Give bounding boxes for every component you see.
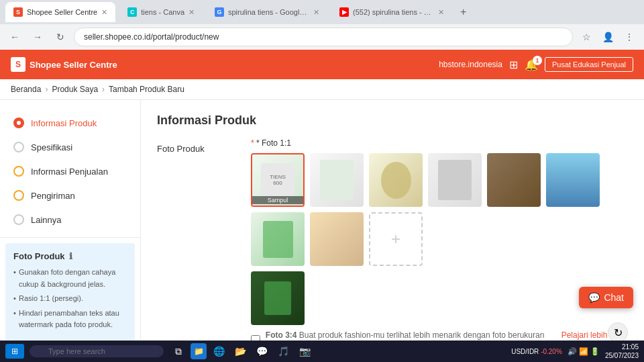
tab-google[interactable]: G spirulina tiens - Google Penelus... ✕ <box>207 2 327 22</box>
sidebar-dot-lainnya <box>13 214 24 225</box>
photo-item-4[interactable] <box>428 153 482 207</box>
sidebar-tip-3: Hindari penambahan teks atau watermark p… <box>13 308 127 331</box>
reload-button[interactable]: ↻ <box>51 28 70 46</box>
address-bar-row: ← → ↻ ☆ 👤 ⋮ <box>0 24 644 50</box>
store-name: hbstore.indonesia <box>439 60 502 69</box>
breadcrumb-sep-2: › <box>102 85 105 94</box>
taskbar-icons-tray: 🔊 📶 🔋 <box>568 347 600 356</box>
explorer-icon[interactable]: 📁 <box>191 343 207 359</box>
tab-canva[interactable]: C tiens - Canva ✕ <box>119 2 203 22</box>
taskbar-search-input[interactable] <box>30 345 164 357</box>
sidebar-foto-produk-section: Foto Produk ℹ Gunakan foto dengan cahaya… <box>5 243 135 342</box>
sidebar-label-lainnya: Lainnya <box>31 215 62 225</box>
photo-item-2[interactable] <box>310 153 364 207</box>
forward-button[interactable]: → <box>28 28 47 46</box>
breadcrumb-products[interactable]: Produk Saya <box>52 85 98 94</box>
tab-shopee[interactable]: S Shopee Seller Centre ✕ <box>5 2 115 22</box>
windows-icon: ⊞ <box>11 347 18 356</box>
taskbar-tray: USD/IDR -0.20% 🔊 📶 🔋 21:05 25/07/2023 <box>511 343 639 360</box>
tab-canva-title: tiens - Canva <box>141 8 184 16</box>
close-tab-canva[interactable]: ✕ <box>189 8 195 17</box>
sidebar-tip-1: Gunakan foto dengan cahaya cukup & backg… <box>13 267 127 290</box>
exchange-rate: -0.20% <box>541 348 562 355</box>
taskview-icon[interactable]: ⧉ <box>169 342 188 361</box>
app-header: S Shopee Seller Centre hbstore.indonesia… <box>0 50 644 79</box>
files-icon[interactable]: 📂 <box>231 342 250 361</box>
sidebar-item-pengiriman[interactable]: Pengiriman <box>0 183 140 208</box>
breadcrumb-current: Tambah Produk Baru <box>109 85 184 94</box>
sidebar: Informasi Produk Spesifikasi Informasi P… <box>0 100 141 361</box>
sidebar-label-spesifikasi: Spesifikasi <box>31 142 72 152</box>
sidebar-item-spesifikasi[interactable]: Spesifikasi <box>0 135 140 159</box>
sidebar-dot-spesifikasi <box>13 142 24 152</box>
sidebar-dot-pengiriman <box>13 190 24 201</box>
form-section: Foto Produk * * Foto 1:1 TIENS600 Sampul <box>141 138 644 361</box>
header-icon-group: ⊞ 🔔 1 <box>509 58 538 71</box>
sample-label: Sampul <box>252 196 303 204</box>
photo-item-3[interactable] <box>369 153 423 207</box>
page-title: Informasi Produk <box>141 100 644 138</box>
edge-icon[interactable]: 🌐 <box>209 342 228 361</box>
sidebar-section-title: Foto Produk ℹ <box>13 251 127 261</box>
photo-grid-row2 <box>251 271 628 325</box>
photo-content: * * Foto 1:1 TIENS600 Sampul <box>251 138 628 343</box>
breadcrumb-sep-1: › <box>45 85 48 94</box>
photo-item-6[interactable] <box>546 153 600 207</box>
sidebar-item-info-produk[interactable]: Informasi Produk <box>0 111 140 135</box>
sidebar-item-lainnya[interactable]: Lainnya <box>0 208 140 232</box>
sidebar-tip-2: Rasio 1:1 (persegi). <box>13 293 127 305</box>
photo-item-8[interactable] <box>310 212 364 266</box>
chat-label: Chat <box>604 292 624 303</box>
breadcrumb: Beranda › Produk Saya › Tambah Produk Ba… <box>0 79 644 100</box>
tab-youtube-title: (552) spirulina tiens - YouTube <box>353 8 434 16</box>
photo-label: Foto Produk <box>157 138 251 343</box>
grid-icon[interactable]: ⊞ <box>509 58 518 71</box>
browser-chrome: S Shopee Seller Centre ✕ C tiens - Canva… <box>0 0 644 50</box>
edu-button[interactable]: Pusat Edukasi Penjual <box>545 57 633 72</box>
sidebar-label-pengiriman: Pengiriman <box>31 191 75 201</box>
camera-icon[interactable]: 📷 <box>295 342 314 361</box>
close-tab-google[interactable]: ✕ <box>313 8 319 17</box>
close-tab-shopee[interactable]: ✕ <box>101 8 107 17</box>
whatsapp-icon[interactable]: 💬 <box>252 342 271 361</box>
address-input[interactable] <box>74 28 573 46</box>
back-button[interactable]: ← <box>5 28 24 46</box>
rotation-area: ↻ <box>251 322 628 343</box>
sidebar-item-info-penjualan[interactable]: Informasi Penjualan <box>0 159 140 183</box>
canva-favicon: C <box>127 7 137 17</box>
chat-icon: 💬 <box>588 292 600 303</box>
chat-button[interactable]: 💬 Chat <box>579 287 633 308</box>
photo-item-9[interactable] <box>251 271 305 325</box>
notification-badge: 1 <box>533 56 542 65</box>
close-tab-youtube[interactable]: ✕ <box>438 8 444 17</box>
sidebar-label-info-penjualan: Informasi Penjualan <box>31 167 108 177</box>
notification-icon[interactable]: 🔔 1 <box>525 58 538 71</box>
tab-bar: S Shopee Seller Centre ✕ C tiens - Canva… <box>0 0 644 24</box>
taskbar-app-icons: ⧉ 📁 🌐 📂 💬 🎵 📷 <box>169 342 314 361</box>
photo-item-1[interactable]: TIENS600 Sampul <box>251 153 305 207</box>
photo-required-label: * * Foto 1:1 <box>251 138 628 148</box>
shopee-icon: S <box>11 57 25 72</box>
sidebar-label-info-produk: Informasi Produk <box>31 118 97 128</box>
profile-button[interactable]: 👤 <box>598 28 617 46</box>
bookmark-button[interactable]: ☆ <box>577 28 596 46</box>
shopee-favicon: S <box>13 7 23 17</box>
info-icon: ℹ <box>69 251 72 261</box>
photo-row: Foto Produk * * Foto 1:1 TIENS600 Sampul <box>157 138 628 343</box>
google-favicon: G <box>215 7 224 17</box>
rotation-button[interactable]: ↻ <box>608 322 628 343</box>
taskbar-search-wrap: 🔍 <box>30 345 164 357</box>
new-tab-button[interactable]: + <box>456 6 470 18</box>
shopee-logo: S Shopee Seller Centre <box>11 57 117 72</box>
photo-item-7[interactable] <box>251 212 305 266</box>
menu-button[interactable]: ⋮ <box>620 28 639 46</box>
breadcrumb-home[interactable]: Beranda <box>11 85 41 94</box>
add-photo-button[interactable]: + <box>369 212 423 266</box>
taskbar-time: 21:05 25/07/2023 <box>605 343 639 360</box>
content-area: Informasi Produk Foto Produk * * Foto 1:… <box>141 100 644 361</box>
tab-youtube[interactable]: ▶ (552) spirulina tiens - YouTube ✕ <box>331 2 452 22</box>
taskbar-start-button[interactable]: ⊞ <box>5 344 24 359</box>
spotify-icon[interactable]: 🎵 <box>274 342 292 361</box>
taskbar: ⊞ 🔍 ⧉ 📁 🌐 📂 💬 🎵 📷 USD/IDR -0.20% 🔊 📶 🔋 2… <box>0 341 644 362</box>
photo-item-5[interactable] <box>487 153 541 207</box>
